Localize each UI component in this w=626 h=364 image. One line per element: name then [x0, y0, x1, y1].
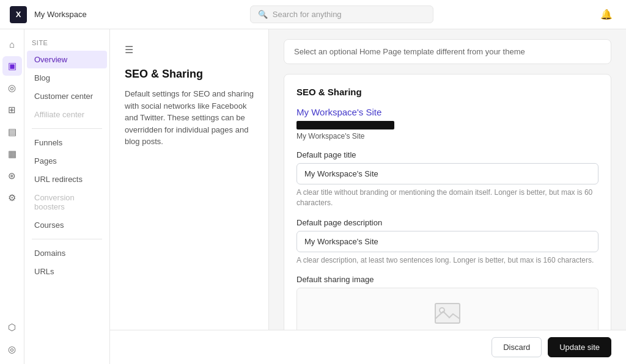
optional-notice: Select an optional Home Page template di… — [284, 39, 611, 64]
seo-card: SEO & Sharing My Workspace's Site My Wor… — [284, 74, 611, 364]
topbar: X My Workspace 🔍 Search for anything 🔔 — [0, 0, 626, 29]
sidebar-item-courses[interactable]: Courses — [27, 216, 107, 234]
main-layout: ⌂ ▣ ◎ ⊞ ▤ ▦ ⊛ ⚙ ⬡ ◎ Site Overview Blog C… — [0, 29, 626, 364]
panel-heading: SEO & Sharing — [125, 68, 254, 81]
site-title-bar — [296, 121, 394, 129]
workspace-name: My Workspace — [34, 10, 87, 19]
image-placeholder-icon — [432, 300, 463, 328]
sidebar-item-affiliate-center: Affiliate center — [27, 106, 107, 123]
optional-notice-text: Select an optional Home Page template di… — [294, 47, 525, 56]
sidebar-item-url-redirects[interactable]: URL redirects — [27, 170, 107, 188]
default-page-description-group: Default page description A clear descrip… — [296, 218, 598, 266]
icon-sidebar: ⌂ ▣ ◎ ⊞ ▤ ▦ ⊛ ⚙ ⬡ ◎ — [0, 29, 24, 364]
nav-sidebar: Site Overview Blog Customer center Affil… — [24, 29, 110, 364]
nav-divider-2 — [32, 239, 102, 239]
sidebar-item-blog[interactable]: Blog — [27, 69, 107, 87]
default-page-title-label: Default page title — [296, 150, 598, 159]
update-site-button[interactable]: Update site — [548, 337, 611, 357]
sidebar-item-domains[interactable]: Domains — [27, 244, 107, 262]
default-page-title-input[interactable] — [296, 163, 598, 184]
seo-card-title: SEO & Sharing — [296, 87, 598, 97]
sidebar-icon-user[interactable]: ◎ — [2, 340, 22, 359]
sidebar-item-funnels[interactable]: Funnels — [27, 134, 107, 151]
search-area: 🔍 Search for anything — [94, 5, 589, 23]
content-area: ☰ SEO & Sharing Default settings for SEO… — [110, 29, 626, 364]
site-title-url: My Workspace's Site — [296, 132, 598, 140]
default-sharing-image-label: Default sharing image — [296, 275, 598, 284]
default-page-title-group: Default page title A clear title without… — [296, 150, 598, 208]
sidebar-icon-ai[interactable]: ⬡ — [2, 318, 22, 337]
sidebar-item-pages[interactable]: Pages — [27, 152, 107, 170]
sidebar-item-conversion-boosters: Conversion boosters — [27, 189, 107, 216]
app-logo: X — [10, 6, 27, 23]
search-bar[interactable]: 🔍 Search for anything — [250, 5, 433, 23]
discard-button[interactable]: Discard — [492, 337, 542, 357]
bottom-action-bar: Discard Update site — [110, 330, 626, 364]
sidebar-item-overview[interactable]: Overview — [27, 51, 107, 68]
svg-rect-0 — [435, 304, 460, 323]
default-page-description-hint: A clear description, at least two senten… — [296, 255, 598, 266]
search-placeholder: Search for anything — [273, 10, 342, 19]
panel-description: Default settings for SEO and sharing wit… — [125, 88, 254, 148]
sidebar-item-urls[interactable]: URLs — [27, 263, 107, 280]
default-page-title-hint: A clear title without branding or mentio… — [296, 187, 598, 208]
sidebar-icon-settings[interactable]: ⚙ — [2, 188, 22, 208]
nav-section-site: Site — [24, 39, 109, 50]
sidebar-icon-reports[interactable]: ▦ — [2, 144, 22, 164]
hamburger-icon[interactable]: ☰ — [125, 44, 254, 56]
sidebar-icon-analytics[interactable]: ◎ — [2, 78, 22, 98]
default-page-description-input[interactable] — [296, 231, 598, 252]
left-panel: ☰ SEO & Sharing Default settings for SEO… — [110, 29, 269, 364]
default-page-description-label: Default page description — [296, 218, 598, 227]
search-icon: 🔍 — [258, 10, 268, 19]
site-title-preview: My Workspace's Site — [296, 107, 598, 117]
sidebar-icon-site[interactable]: ▣ — [2, 56, 22, 76]
sidebar-icon-home[interactable]: ⌂ — [2, 34, 22, 54]
nav-divider-1 — [32, 128, 102, 129]
sidebar-item-customer-center[interactable]: Customer center — [27, 87, 107, 105]
sidebar-icon-shop[interactable]: ⊞ — [2, 100, 22, 120]
sidebar-icon-forms[interactable]: ▤ — [2, 122, 22, 142]
sidebar-icon-people[interactable]: ⊛ — [2, 166, 22, 186]
notification-bell[interactable]: 🔔 — [597, 5, 616, 24]
right-panel: Select an optional Home Page template di… — [269, 29, 626, 364]
